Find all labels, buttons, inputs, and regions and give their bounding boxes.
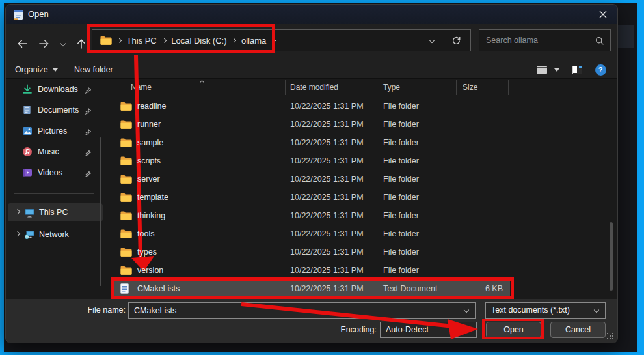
encoding-label: Encoding: — [318, 322, 377, 338]
file-row-scripts[interactable]: scripts10/22/2025 1:31 PMFile folder — [108, 152, 618, 170]
up-icon[interactable] — [74, 36, 89, 51]
sidebar-item-label: Downloads — [38, 79, 78, 100]
file-list-rows: readline10/22/2025 1:31 PMFile folderrun… — [108, 97, 618, 298]
file-date: 10/22/2025 1:31 PM — [290, 261, 364, 279]
breadcrumb-item-ollama[interactable]: ollama — [241, 36, 266, 46]
file-name-input[interactable] — [129, 303, 475, 318]
file-row-tools[interactable]: tools10/22/2025 1:31 PMFile folder — [108, 225, 618, 243]
music-icon — [22, 147, 33, 160]
file-row-readline[interactable]: readline10/22/2025 1:31 PMFile folder — [108, 97, 618, 115]
folder-icon — [120, 138, 132, 149]
resize-grip[interactable] — [607, 333, 608, 334]
sidebar-item-this-pc[interactable]: This PC — [6, 203, 108, 222]
organize-label: Organize — [15, 65, 48, 74]
column-header-type[interactable]: Type — [383, 83, 400, 92]
pin-icon[interactable] — [84, 85, 92, 97]
file-date: 10/22/2025 1:31 PM — [290, 279, 364, 298]
recent-locations-chevron-icon[interactable] — [55, 36, 71, 51]
address-bar[interactable]: This PCLocal Disk (C:)ollama — [92, 29, 471, 51]
file-row-runner[interactable]: runner10/22/2025 1:31 PMFile folder — [108, 115, 618, 134]
file-name-combobox[interactable] — [128, 302, 476, 319]
window-title: Open — [28, 9, 49, 19]
file-name: readline — [137, 97, 166, 115]
file-row-sample[interactable]: sample10/22/2025 1:31 PMFile folder — [108, 134, 618, 152]
file-type: File folder — [383, 134, 419, 152]
sidebar-scrollbar[interactable] — [100, 137, 101, 286]
sidebar-item-label: Network — [39, 225, 69, 244]
breadcrumb-item-local-disk-c-[interactable]: Local Disk (C:) — [171, 36, 226, 46]
preview-pane-icon — [572, 66, 582, 74]
file-type: File folder — [383, 115, 419, 134]
file-row-types[interactable]: types10/22/2025 1:31 PMFile folder — [108, 243, 618, 261]
sidebar-item-pictures[interactable]: Pictures — [6, 121, 108, 141]
breadcrumb-separator-icon — [117, 38, 121, 42]
pin-icon[interactable] — [84, 106, 92, 118]
column-header-date[interactable]: Date modified — [290, 83, 338, 92]
file-name: version — [137, 261, 163, 279]
file-name-label: File name: — [71, 302, 126, 319]
dialog-footer: File name: Text documents (*.txt) Encodi… — [6, 299, 617, 343]
search-input[interactable] — [479, 30, 610, 51]
sidebar-item-label: This PC — [39, 203, 68, 222]
folder-icon — [100, 36, 112, 45]
open-button[interactable]: Open — [486, 322, 541, 338]
close-icon[interactable] — [597, 9, 609, 20]
pin-icon[interactable] — [84, 127, 92, 139]
sidebar-item-label: Music — [38, 141, 59, 162]
file-name: scripts — [137, 152, 161, 170]
pin-icon[interactable] — [84, 169, 92, 180]
file-row-thinking[interactable]: thinking10/22/2025 1:31 PMFile folder — [108, 206, 618, 225]
file-name: thinking — [137, 206, 165, 225]
sidebar-item-videos[interactable]: Videos — [6, 162, 108, 183]
open-dialog: Open This PCLocal Disk (C:)ollama Organi… — [5, 4, 618, 343]
new-folder-button[interactable]: New folder — [74, 62, 113, 78]
file-name: sample — [137, 134, 163, 152]
column-header-size[interactable]: Size — [463, 83, 477, 92]
back-icon[interactable] — [14, 36, 30, 51]
network-icon — [24, 230, 35, 242]
breadcrumb-separator-icon — [232, 38, 236, 42]
folder-icon — [120, 266, 132, 277]
chevron-right-icon[interactable] — [15, 209, 20, 214]
pin-icon[interactable] — [84, 148, 92, 160]
refresh-icon[interactable] — [451, 36, 461, 48]
file-name: tools — [137, 225, 154, 243]
file-row-server[interactable]: server10/22/2025 1:31 PMFile folder — [108, 170, 618, 188]
file-type: File folder — [383, 243, 419, 261]
sidebar-item-downloads[interactable]: Downloads — [6, 79, 108, 100]
search-box[interactable] — [479, 29, 611, 51]
file-row-cmakelists[interactable]: CMakeLists10/22/2025 1:31 PMText Documen… — [108, 279, 618, 298]
organize-button[interactable]: Organize — [15, 62, 58, 78]
file-type: File folder — [383, 261, 419, 279]
column-divider — [285, 80, 286, 95]
sidebar-item-network[interactable]: Network — [6, 225, 108, 244]
file-type-select[interactable]: Text documents (*.txt) — [485, 302, 606, 319]
file-date: 10/22/2025 1:31 PM — [290, 225, 364, 243]
list-scrollbar[interactable] — [610, 222, 613, 291]
cancel-button[interactable]: Cancel — [550, 322, 606, 338]
encoding-select[interactable]: Auto-Detect — [380, 322, 477, 338]
breadcrumb-separator-icon — [271, 38, 275, 42]
sidebar-item-documents[interactable]: Documents — [6, 100, 108, 121]
file-type-value: Text documents (*.txt) — [491, 303, 570, 318]
sidebar-item-music[interactable]: Music — [6, 141, 108, 162]
column-divider — [508, 80, 509, 95]
help-icon: ? — [595, 64, 606, 76]
file-type: File folder — [383, 97, 419, 115]
sidebar: DownloadsDocumentsPicturesMusicVideosThi… — [6, 79, 108, 299]
file-date: 10/22/2025 1:31 PM — [290, 134, 364, 152]
column-header-name[interactable]: Name — [131, 83, 152, 92]
views-caret-icon[interactable] — [552, 63, 561, 76]
sidebar-item-label: Videos — [38, 162, 62, 183]
file-row-version[interactable]: version10/22/2025 1:31 PMFile folder — [108, 261, 618, 279]
chevron-right-icon[interactable] — [15, 231, 20, 236]
preview-pane-button[interactable] — [570, 63, 584, 76]
forward-icon[interactable] — [36, 36, 51, 51]
downloads-icon — [22, 84, 33, 97]
file-date: 10/22/2025 1:31 PM — [290, 188, 364, 206]
help-button[interactable]: ? — [595, 63, 606, 76]
views-button[interactable] — [535, 63, 548, 76]
file-row-template[interactable]: template10/22/2025 1:31 PMFile folder — [108, 188, 618, 206]
breadcrumb-item-this-pc[interactable]: This PC — [127, 36, 157, 46]
address-dropdown-chevron-icon[interactable] — [429, 38, 435, 43]
